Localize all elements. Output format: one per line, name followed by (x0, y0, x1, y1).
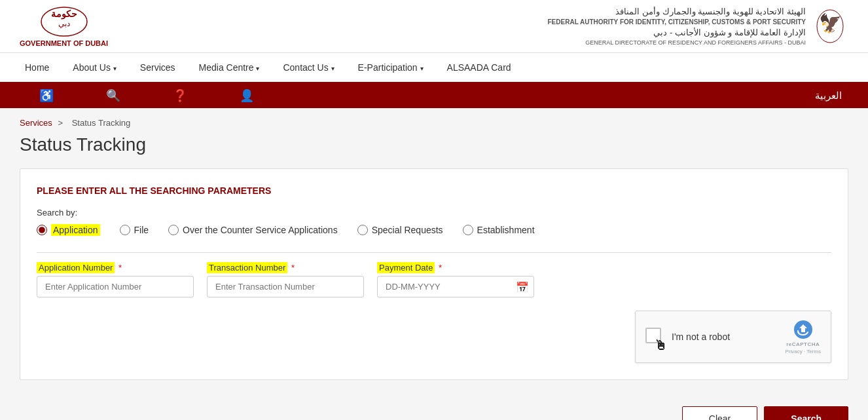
e-participation-arrow: ▾ (420, 65, 424, 72)
contact-us-arrow: ▾ (331, 65, 335, 72)
gov-dubai-text: GOVERNMENT OF DUBAI (20, 39, 108, 47)
breadcrumb: Services > Status Tracking (0, 108, 868, 131)
payment-date-required: * (439, 263, 442, 273)
tx-number-label-text: Transaction Number (207, 262, 287, 273)
payment-date-group: Payment Date * 📅 (377, 263, 534, 297)
authority-logo: الهيئة الاتحادية للهوية والجنسية والجمار… (548, 6, 848, 47)
form-fields-row: Application Number * Transaction Number … (37, 263, 831, 297)
authority-arabic-title2: الإدارة العامة للإقامة و شؤون الأجانب - … (548, 27, 806, 39)
payment-date-label: Payment Date * (377, 263, 534, 273)
search-icon[interactable]: 🔍 (80, 88, 147, 103)
form-divider (37, 252, 831, 253)
svg-text:دبي: دبي (58, 19, 70, 28)
captcha-row: 🖱 I'm not a robot reCAPTCHA Privacy · Te… (37, 311, 831, 363)
search-by-label: Search by: (37, 208, 831, 218)
svg-text:حكومة: حكومة (51, 9, 77, 20)
transaction-number-label: Transaction Number * (207, 263, 364, 273)
transaction-number-input[interactable] (207, 276, 364, 297)
recaptcha-privacy[interactable]: Privacy (785, 349, 802, 354)
search-by-radio-group: Application File Over the Counter Servic… (37, 224, 831, 236)
form-heading: PLEASE ENTER ALL THE SEARCHING PARAMETER… (37, 185, 831, 196)
radio-establishment-input[interactable] (463, 225, 473, 235)
radio-special-requests-label: Special Requests (372, 225, 443, 235)
breadcrumb-separator: > (58, 118, 63, 128)
application-number-input[interactable] (37, 276, 194, 297)
nav-home[interactable]: Home (13, 53, 61, 82)
nav-alsaada-card[interactable]: ALSAADA Card (435, 53, 523, 82)
nav-contact-us[interactable]: Contact Us ▾ (271, 53, 346, 82)
app-number-required: * (118, 263, 122, 273)
page-title: Status Tracking (0, 131, 868, 168)
arabic-language-switch[interactable]: العربية (802, 90, 855, 102)
radio-special-requests[interactable]: Special Requests (357, 225, 443, 235)
calendar-icon[interactable]: 📅 (516, 280, 529, 293)
main-content: PLEASE ENTER ALL THE SEARCHING PARAMETER… (0, 168, 868, 393)
authority-arabic-title: الهيئة الاتحادية للهوية والجنسية والجمار… (548, 6, 806, 18)
tx-number-required: * (291, 263, 295, 273)
radio-file-input[interactable] (120, 225, 130, 235)
nav-e-participation[interactable]: E-Participation ▾ (346, 53, 435, 82)
recaptcha-widget[interactable]: 🖱 I'm not a robot reCAPTCHA Privacy · Te… (635, 311, 831, 363)
payment-date-wrapper: 📅 (377, 276, 534, 297)
nav-about-us[interactable]: About Us ▾ (61, 53, 128, 82)
application-number-group: Application Number * (37, 263, 194, 297)
radio-application-label: Application (51, 224, 100, 236)
search-button[interactable]: Search (764, 406, 848, 420)
radio-establishment[interactable]: Establishment (463, 225, 535, 235)
clear-button[interactable]: Clear (682, 406, 757, 420)
radio-otc[interactable]: Over the Counter Service Applications (168, 225, 338, 235)
bottom-buttons: Clear Search (0, 393, 868, 420)
breadcrumb-current: Status Tracking (72, 118, 131, 128)
payment-date-label-text: Payment Date (377, 262, 435, 273)
radio-special-requests-input[interactable] (357, 225, 368, 235)
authority-eng-title1: FEDERAL AUTHORITY FOR IDENTITY, CITIZENS… (548, 18, 806, 27)
app-number-label-text: Application Number (37, 262, 115, 273)
main-nav: Home About Us ▾ Services Media Centre ▾ … (0, 53, 868, 83)
media-centre-arrow: ▾ (256, 65, 259, 72)
icon-bar: ♿ 🔍 ❓ 👤 العربية (0, 83, 868, 108)
gov-dubai-emblem: حكومة دبي (38, 5, 90, 38)
header: حكومة دبي GOVERNMENT OF DUBAI الهيئة الا… (0, 0, 868, 53)
recaptcha-terms[interactable]: Terms (806, 349, 821, 354)
application-number-label: Application Number * (37, 263, 194, 273)
accessibility-icon[interactable]: ♿ (13, 88, 80, 103)
recaptcha-brand-text: reCAPTCHA (786, 341, 820, 347)
user-icon[interactable]: 👤 (213, 88, 280, 103)
radio-establishment-label: Establishment (477, 225, 535, 235)
gov-dubai-logo: حكومة دبي GOVERNMENT OF DUBAI (20, 5, 108, 47)
radio-otc-input[interactable] (168, 225, 179, 235)
breadcrumb-services[interactable]: Services (20, 118, 52, 128)
recaptcha-checkbox-area[interactable]: 🖱 (645, 328, 664, 346)
recaptcha-label: I'm not a robot (672, 332, 777, 342)
radio-application-input[interactable] (37, 225, 47, 235)
radio-otc-label: Over the Counter Service Applications (183, 225, 338, 235)
help-icon[interactable]: ❓ (147, 88, 213, 103)
authority-bird-emblem: 🦅 (812, 7, 848, 46)
recaptcha-brand: reCAPTCHA Privacy · Terms (785, 319, 821, 354)
payment-date-input[interactable] (377, 276, 534, 297)
radio-file-label: File (134, 225, 149, 235)
authority-text: الهيئة الاتحادية للهوية والجنسية والجمار… (548, 6, 806, 47)
svg-text:🦅: 🦅 (819, 12, 842, 34)
radio-application[interactable]: Application (37, 224, 100, 236)
tracking-form-box: PLEASE ENTER ALL THE SEARCHING PARAMETER… (20, 168, 848, 380)
transaction-number-group: Transaction Number * (207, 263, 364, 297)
radio-file[interactable]: File (120, 225, 149, 235)
cursor-pointer-icon: 🖱 (654, 338, 667, 351)
recaptcha-links: Privacy · Terms (785, 349, 821, 354)
about-us-arrow: ▾ (113, 65, 117, 72)
nav-services[interactable]: Services (128, 53, 187, 82)
nav-media-centre[interactable]: Media Centre ▾ (187, 53, 272, 82)
authority-eng-title2: GENERAL DIRECTORATE OF RESIDENCY AND FOR… (548, 39, 806, 47)
recaptcha-logo (793, 319, 814, 340)
